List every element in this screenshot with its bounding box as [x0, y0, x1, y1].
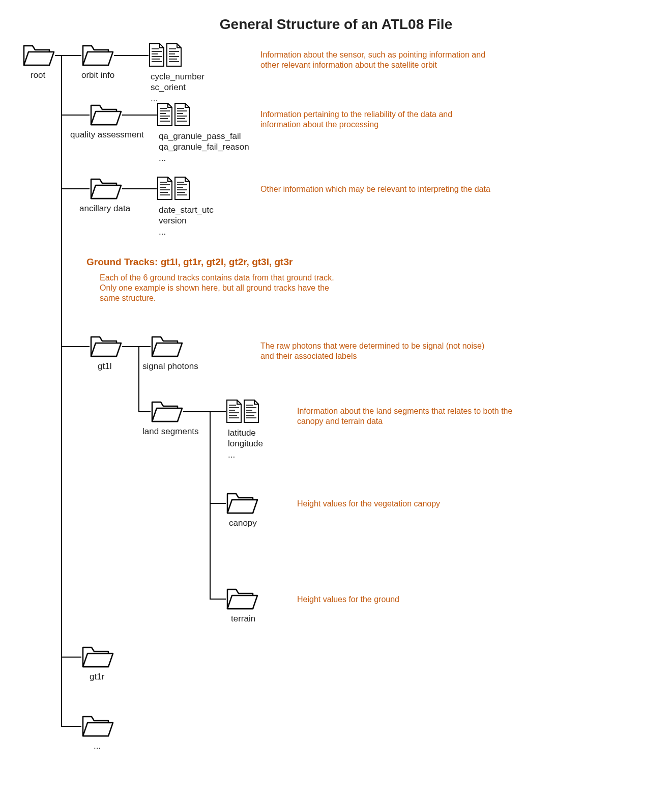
folder-icon — [81, 714, 115, 739]
connector-line — [61, 346, 90, 347]
folder-icon — [81, 644, 115, 670]
connector-line — [61, 55, 62, 727]
connector-line — [122, 346, 138, 347]
root-label: root — [31, 70, 45, 80]
connector-line — [122, 188, 157, 189]
folder-icon — [151, 399, 184, 424]
canopy-label: canopy — [229, 518, 257, 528]
files-icon — [157, 102, 190, 128]
ground-tracks-subtext: Each of the 6 ground tracks contains dat… — [100, 273, 334, 303]
terrain-description: Height values for the ground — [297, 594, 399, 605]
folder-icon — [226, 586, 259, 612]
connector-line — [183, 411, 210, 412]
folder-icon — [90, 176, 123, 202]
connector-line — [138, 346, 139, 412]
connector-line — [114, 55, 149, 56]
ancillary-label: ancillary data — [79, 204, 130, 214]
land-description: Information about the land segments that… — [297, 406, 512, 427]
ground-tracks-heading: Ground Tracks: gt1l, gt1r, gt2l, gt2r, g… — [86, 257, 293, 268]
terrain-label: terrain — [231, 614, 255, 624]
connector-line — [61, 115, 90, 116]
more-label: ... — [94, 741, 101, 751]
quality-description: Information pertaining to the reliabilit… — [260, 109, 452, 130]
ancillary-files-label: date_start_utc version ... — [159, 205, 214, 237]
folder-icon — [22, 43, 56, 68]
folder-icon — [151, 334, 184, 359]
folder-icon — [81, 43, 115, 68]
signal-description: The raw photons that were determined to … — [260, 341, 484, 361]
files-icon — [157, 176, 190, 202]
connector-line — [138, 411, 151, 412]
connector-line — [138, 346, 151, 347]
ancillary-description: Other information which may be relevant … — [260, 184, 490, 194]
gt1l-label: gt1l — [98, 361, 111, 372]
connector-line — [61, 726, 81, 727]
connector-line — [210, 599, 226, 600]
connector-line — [210, 411, 211, 600]
connector-line — [61, 55, 81, 56]
connector-line — [210, 411, 226, 412]
connector-line — [61, 188, 90, 189]
folder-icon — [90, 334, 123, 359]
connector-line — [122, 115, 157, 116]
land-segments-label: land segments — [142, 427, 199, 437]
orbit-files-label: cycle_number sc_orient ... — [151, 71, 204, 104]
folder-icon — [90, 102, 123, 128]
gt1r-label: gt1r — [90, 672, 104, 682]
folder-icon — [226, 491, 259, 516]
diagram-title: General Structure of an ATL08 File — [0, 16, 672, 33]
land-files-label: latitude longitude ... — [228, 428, 263, 460]
canopy-description: Height values for the vegetation canopy — [297, 499, 440, 509]
connector-line — [61, 657, 81, 658]
quality-files-label: qa_granule_pass_fail qa_granule_fail_rea… — [159, 131, 249, 163]
quality-label: quality assessment — [70, 130, 144, 140]
files-icon — [226, 399, 259, 424]
orbit-info-label: orbit info — [81, 70, 114, 80]
signal-photons-label: signal photons — [142, 361, 198, 372]
files-icon — [149, 43, 182, 68]
orbit-description: Information about the sensor, such as po… — [260, 50, 485, 70]
connector-line — [210, 503, 226, 504]
